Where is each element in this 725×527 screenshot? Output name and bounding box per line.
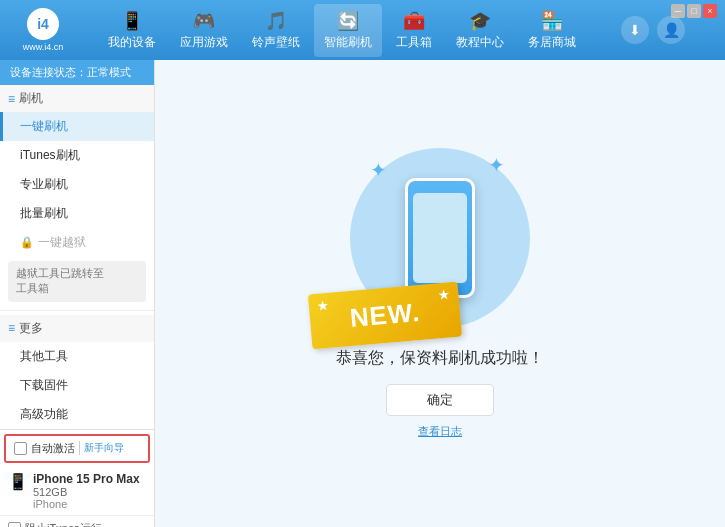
device-info: 📱 iPhone 15 Pro Max 512GB iPhone [0, 467, 154, 515]
notice-text: 越狱工具已跳转至工具箱 [16, 267, 104, 294]
phone-bg-circle: ★ NEW. ★ ✦ ✦ [350, 148, 530, 328]
divider-vertical [79, 441, 80, 455]
new-text: NEW. [349, 297, 422, 334]
device-storage: 512GB [33, 486, 140, 498]
batch-flash-label: 批量刷机 [20, 206, 68, 220]
apps-games-icon: 🎮 [193, 10, 215, 32]
itunes-flash-label: iTunes刷机 [20, 148, 80, 162]
nav-ringtone[interactable]: 🎵 铃声壁纸 [242, 4, 310, 57]
sparkle-left-icon: ✦ [370, 158, 387, 182]
one-key-flash-label: 一键刷机 [20, 119, 68, 133]
sidebar-one-key-flash[interactable]: 一键刷机 [0, 112, 154, 141]
nav-toolbox-label: 工具箱 [396, 34, 432, 51]
device-phone-icon: 📱 [8, 472, 28, 491]
service-icon: 🏪 [541, 10, 563, 32]
nav-tutorial[interactable]: 🎓 教程中心 [446, 4, 514, 57]
device-details: iPhone 15 Pro Max 512GB iPhone [33, 472, 140, 510]
auto-activate-label: 自动激活 [31, 441, 75, 456]
sidebar: 设备连接状态：正常模式 ≡ 刷机 一键刷机 iTunes刷机 专业刷机 批量刷机… [0, 60, 155, 527]
more-section-label: 更多 [19, 320, 43, 337]
logo-url: www.i4.cn [23, 42, 64, 52]
ringtone-icon: 🎵 [265, 10, 287, 32]
pro-flash-label: 专业刷机 [20, 177, 68, 191]
main-container: 设备连接状态：正常模式 ≡ 刷机 一键刷机 iTunes刷机 专业刷机 批量刷机… [0, 60, 725, 527]
itunes-label: 阻止iTunes运行 [25, 521, 102, 527]
sidebar-advanced[interactable]: 高级功能 [0, 400, 154, 429]
device-type: iPhone [33, 498, 140, 510]
logo-area: i4 www.i4.cn [8, 8, 78, 52]
nav-smart-flash[interactable]: 🔄 智能刷机 [314, 4, 382, 57]
itunes-row: 阻止iTunes运行 [0, 515, 154, 527]
confirm-button[interactable]: 确定 [386, 384, 494, 416]
sidebar-divider-1 [0, 310, 154, 311]
advanced-label: 高级功能 [20, 407, 68, 421]
smart-flash-icon: 🔄 [337, 10, 359, 32]
device-name: iPhone 15 Pro Max [33, 472, 140, 486]
guide-button[interactable]: 新手向导 [84, 441, 124, 455]
new-banner: ★ NEW. ★ [308, 282, 462, 350]
close-button[interactable]: × [703, 4, 717, 18]
flash-section-title: ≡ 刷机 [0, 85, 154, 112]
more-section-icon: ≡ [8, 321, 15, 335]
success-message: 恭喜您，保资料刷机成功啦！ [336, 348, 544, 369]
flash-section-icon: ≡ [8, 92, 15, 106]
sidebar-itunes-flash[interactable]: iTunes刷机 [0, 141, 154, 170]
nav-apps-games[interactable]: 🎮 应用游戏 [170, 4, 238, 57]
sidebar-download-fw[interactable]: 下载固件 [0, 371, 154, 400]
auto-activate-row: 自动激活 新手向导 [4, 434, 150, 463]
maximize-button[interactable]: □ [687, 4, 701, 18]
mode-bar: 设备连接状态：正常模式 [0, 60, 154, 85]
nav-service[interactable]: 🏪 务居商城 [518, 4, 586, 57]
sidebar-batch-flash[interactable]: 批量刷机 [0, 199, 154, 228]
star-left-icon: ★ [316, 297, 330, 314]
download-fw-label: 下载固件 [20, 378, 68, 392]
nav-ringtone-label: 铃声壁纸 [252, 34, 300, 51]
logo-icon: i4 [27, 8, 59, 40]
sidebar-other-tools[interactable]: 其他工具 [0, 342, 154, 371]
nav-action-buttons: ⬇ 👤 [621, 16, 685, 44]
nav-smart-flash-label: 智能刷机 [324, 34, 372, 51]
auto-activate-checkbox[interactable] [14, 442, 27, 455]
other-tools-label: 其他工具 [20, 349, 68, 363]
toolbox-icon: 🧰 [403, 10, 425, 32]
more-section-title: ≡ 更多 [0, 315, 154, 342]
nav-my-device-label: 我的设备 [108, 34, 156, 51]
download-button[interactable]: ⬇ [621, 16, 649, 44]
mode-label: 设备连接状态：正常模式 [10, 65, 131, 80]
nav-toolbox[interactable]: 🧰 工具箱 [386, 4, 442, 57]
top-nav-bar: i4 www.i4.cn 📱 我的设备 🎮 应用游戏 🎵 铃声壁纸 🔄 智能刷机… [0, 0, 725, 60]
sparkle-right-icon: ✦ [488, 153, 505, 177]
sidebar-jailbreak-disabled: 🔒 一键越狱 [0, 228, 154, 257]
flash-section-label: 刷机 [19, 90, 43, 107]
nav-service-label: 务居商城 [528, 34, 576, 51]
nav-apps-games-label: 应用游戏 [180, 34, 228, 51]
my-device-icon: 📱 [121, 10, 143, 32]
phone-illustration: ★ NEW. ★ ✦ ✦ [350, 148, 530, 328]
star-right-icon: ★ [437, 286, 451, 303]
sidebar-pro-flash[interactable]: 专业刷机 [0, 170, 154, 199]
device-area: 自动激活 新手向导 📱 iPhone 15 Pro Max 512GB iPho… [0, 429, 154, 527]
content-area: ★ NEW. ★ ✦ ✦ 恭喜您，保资料刷机成功啦！ 确定 查看日志 [155, 60, 725, 527]
nav-my-device[interactable]: 📱 我的设备 [98, 4, 166, 57]
tutorial-icon: 🎓 [469, 10, 491, 32]
lock-icon: 🔒 [20, 236, 34, 249]
nav-tutorial-label: 教程中心 [456, 34, 504, 51]
sidebar-notice: 越狱工具已跳转至工具箱 [8, 261, 146, 302]
phone-screen [413, 193, 467, 283]
itunes-checkbox[interactable] [8, 522, 21, 527]
phone-device [405, 178, 475, 298]
view-log-link[interactable]: 查看日志 [418, 424, 462, 439]
jailbreak-label: 一键越狱 [38, 234, 86, 251]
user-button[interactable]: 👤 [657, 16, 685, 44]
